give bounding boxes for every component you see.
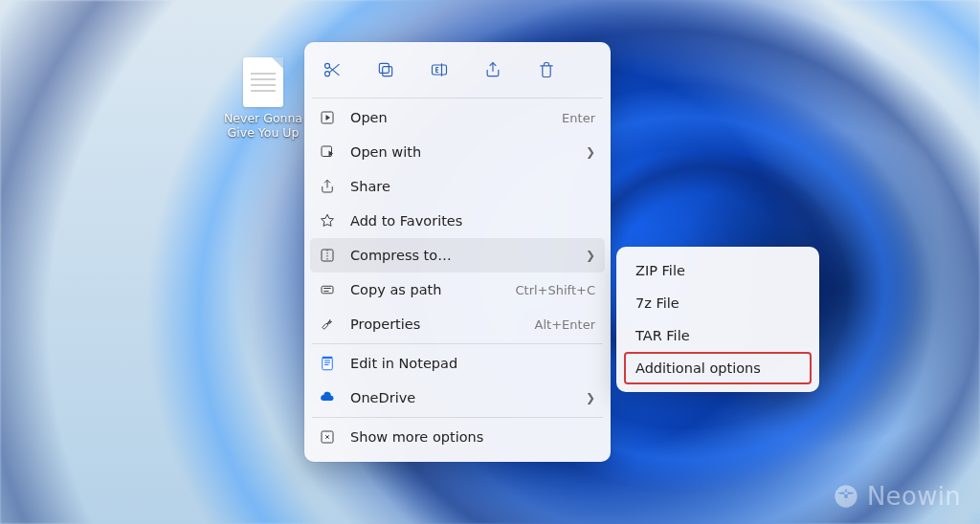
watermark-text: Neowin — [867, 482, 961, 511]
submenu-item-7z[interactable]: 7z File — [624, 287, 812, 319]
menu-separator — [312, 343, 603, 344]
menu-item-properties[interactable]: Properties Alt+Enter — [310, 307, 605, 341]
svg-rect-8 — [322, 286, 333, 294]
desktop-file-icon[interactable]: Never Gonna Give You Up — [222, 57, 304, 140]
menu-item-open[interactable]: Open Enter — [310, 100, 605, 135]
submenu-item-additional-options[interactable]: Additional options — [624, 352, 812, 384]
share-icon — [483, 60, 502, 79]
menu-item-accelerator: Enter — [562, 111, 595, 125]
chevron-right-icon: ❯ — [586, 249, 595, 262]
menu-item-label: Open with — [350, 144, 572, 160]
svg-rect-3 — [379, 63, 389, 73]
scissors-icon — [323, 60, 342, 79]
desktop-file-label: Never Gonna Give You Up — [224, 111, 302, 140]
watermark: Neowin — [833, 482, 961, 511]
menu-item-label: Share — [350, 179, 595, 194]
menu-item-edit-notepad[interactable]: Edit in Notepad — [310, 346, 605, 381]
compress-submenu: ZIP File 7z File TAR File Additional opt… — [616, 247, 819, 392]
menu-item-label: Edit in Notepad — [350, 356, 595, 371]
svg-rect-4 — [433, 65, 447, 75]
text-file-icon — [243, 57, 283, 107]
menu-item-accelerator: Ctrl+Shift+C — [515, 283, 595, 297]
menu-item-label: Copy as path — [350, 282, 501, 297]
onedrive-icon — [318, 388, 337, 407]
copy-button[interactable] — [369, 54, 402, 86]
menu-item-label: Properties — [350, 317, 522, 332]
svg-rect-9 — [323, 358, 333, 370]
open-icon — [318, 108, 337, 127]
chevron-right-icon: ❯ — [586, 145, 595, 159]
submenu-item-label: 7z File — [635, 295, 679, 311]
cut-button[interactable] — [316, 54, 348, 86]
menu-separator — [312, 417, 603, 418]
rename-icon — [430, 60, 449, 79]
compress-icon — [318, 246, 337, 265]
notepad-icon — [318, 354, 337, 373]
rename-button[interactable] — [423, 54, 456, 86]
menu-item-label: OneDrive — [350, 390, 572, 405]
star-icon — [318, 211, 337, 230]
submenu-item-tar[interactable]: TAR File — [624, 319, 812, 352]
share-icon — [318, 177, 337, 196]
trash-icon — [537, 60, 556, 79]
menu-item-copy-path[interactable]: Copy as path Ctrl+Shift+C — [310, 273, 605, 307]
menu-item-label: Open — [350, 110, 548, 125]
svg-point-0 — [325, 63, 330, 68]
menu-item-label: Show more options — [350, 429, 595, 445]
copy-icon — [376, 60, 395, 79]
submenu-item-zip[interactable]: ZIP File — [624, 254, 812, 287]
chevron-right-icon: ❯ — [586, 391, 595, 404]
copy-path-icon — [318, 280, 337, 299]
share-button[interactable] — [477, 54, 509, 86]
open-with-icon — [318, 142, 337, 162]
menu-item-share[interactable]: Share — [310, 169, 605, 204]
wrench-icon — [318, 315, 337, 334]
menu-item-open-with[interactable]: Open with ❯ — [310, 135, 605, 169]
context-menu: Open Enter Open with ❯ Share Add to Favo… — [304, 42, 611, 462]
submenu-item-label: TAR File — [635, 328, 690, 343]
svg-rect-2 — [383, 67, 392, 76]
menu-item-onedrive[interactable]: OneDrive ❯ — [310, 381, 605, 415]
menu-item-label: Compress to… — [350, 248, 572, 263]
neowin-logo-icon — [833, 483, 859, 510]
submenu-item-label: Additional options — [635, 360, 761, 376]
more-options-icon — [318, 427, 337, 447]
menu-item-compress[interactable]: Compress to… ❯ — [310, 238, 605, 273]
menu-item-add-favorites[interactable]: Add to Favorites — [310, 204, 605, 238]
menu-separator — [312, 98, 603, 98]
menu-item-show-more[interactable]: Show more options — [310, 420, 605, 454]
quick-action-row — [310, 50, 605, 96]
submenu-item-label: ZIP File — [635, 263, 685, 278]
menu-item-accelerator: Alt+Enter — [535, 317, 595, 332]
delete-button[interactable] — [530, 54, 563, 86]
svg-point-1 — [325, 72, 330, 76]
menu-item-label: Add to Favorites — [350, 213, 595, 229]
